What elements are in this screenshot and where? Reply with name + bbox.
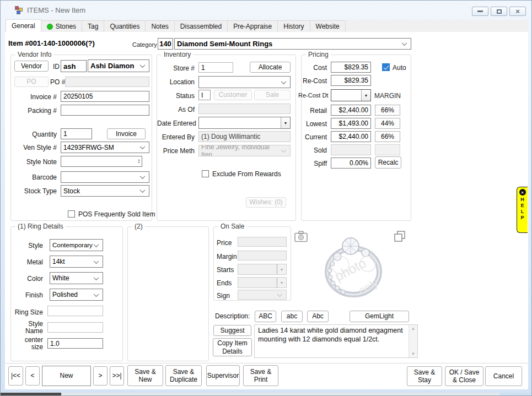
help-tab[interactable]: × HELP (517, 187, 528, 233)
ring-style-dropdown[interactable]: Contemporary (50, 239, 103, 251)
vendor-name-dropdown[interactable]: Ashi Diamon (88, 59, 149, 72)
save-and-stay-button[interactable]: Save & Stay (407, 366, 442, 386)
description-textarea[interactable]: Ladies 14 karat white gold diamond engag… (254, 324, 418, 358)
tab-disassembled[interactable]: Disassembled (174, 20, 228, 32)
recost-dt-picker[interactable]: ▼ (331, 89, 371, 101)
abc-uppercase-button[interactable]: ABC (255, 311, 276, 322)
copy-item-details-button[interactable]: Copy Item Details (213, 338, 252, 356)
style-note-label: Style Note (11, 158, 59, 166)
tab-pre-appraise[interactable]: Pre-Appraise (227, 20, 278, 32)
sale-starts-label: Starts (217, 266, 234, 274)
abc-lowercase-button[interactable]: abc (281, 311, 303, 322)
tab-strip: General Stones Tag Quantities Notes Disa… (5, 20, 528, 32)
nav-last-button[interactable]: >>| (110, 366, 124, 386)
tab-website[interactable]: Website (310, 20, 346, 32)
spiff-field[interactable]: 0.00% (331, 158, 371, 169)
description-label: Description: (215, 312, 250, 320)
ok-save-close-button[interactable]: OK / Save & Close (445, 366, 483, 386)
close-button[interactable]: × (509, 7, 526, 16)
tab-quantities[interactable]: Quantities (104, 20, 146, 32)
retail-field[interactable]: $2,440.00 (331, 105, 371, 116)
recost-field[interactable]: $829.35 (331, 75, 371, 86)
minimize-button[interactable] (472, 7, 488, 16)
lowest-field[interactable]: $1,493.00 (331, 118, 371, 129)
vendor-button[interactable]: Vendor (14, 61, 49, 72)
vendor-info-title: Vendor Info (15, 51, 53, 58)
gemlight-button[interactable]: GemLight (350, 311, 409, 322)
ven-style-dropdown[interactable]: 14293FRWG-SM (61, 142, 149, 153)
tab-tag[interactable]: Tag (82, 20, 104, 32)
ring-finish-label: Finish (11, 291, 45, 299)
date-entered-label: Date Entered (157, 120, 197, 127)
ring-metal-label: Metal (11, 258, 45, 266)
stock-type-dropdown[interactable]: Stock (61, 185, 149, 197)
chevron-down-icon (140, 173, 146, 179)
style-name-label: Style Name (11, 321, 45, 335)
scroll-down-icon[interactable]: ▼ (411, 351, 416, 356)
suggest-button[interactable]: Suggest (213, 325, 251, 336)
date-entered-picker[interactable]: ▼ (198, 117, 291, 129)
ring-metal-dropdown[interactable]: 14kt (50, 256, 103, 268)
save-and-new-button[interactable]: Save & New (127, 365, 163, 386)
po-number-label: PO # (50, 78, 65, 86)
description-scrollbar[interactable]: ▲ ▼ (409, 325, 417, 357)
sale-sign-dropdown (238, 290, 287, 300)
recost-label: Re-Cost (302, 77, 329, 85)
as-of-field (198, 104, 291, 114)
nav-next-button[interactable]: > (93, 366, 108, 386)
tab-general[interactable]: General (6, 19, 41, 32)
background-fragment (499, 393, 532, 396)
invoice-number-field[interactable]: 20250105 (61, 91, 149, 102)
style-name-field[interactable] (47, 322, 103, 333)
vendor-id-field[interactable]: ash (61, 60, 87, 72)
store-field[interactable]: 1 (198, 62, 233, 73)
cost-field[interactable]: $829.35 (331, 62, 371, 73)
ring-color-dropdown[interactable]: White (50, 272, 103, 284)
ring-size-label: Ring Size (11, 308, 45, 316)
items-window: ITEMS - New Item × General Stones Tag Qu… (0, 0, 532, 396)
tab-history[interactable]: History (277, 20, 310, 32)
sale-starts-picker: ▼ (238, 264, 287, 275)
tab-stones[interactable]: Stones (41, 20, 82, 32)
footer-divider (5, 363, 528, 364)
supervisor-button[interactable]: Supervisor (206, 365, 240, 386)
exclude-rewards-checkbox[interactable] (202, 170, 209, 177)
ring-size-field[interactable] (47, 306, 103, 316)
allocate-button[interactable]: Allocate (250, 62, 291, 73)
packing-number-field[interactable] (61, 105, 149, 116)
save-and-print-button[interactable]: Save & Print (243, 365, 278, 386)
category-code-field[interactable]: 140 (158, 38, 173, 50)
scroll-up-icon[interactable]: ▲ (411, 326, 416, 331)
ring-finish-dropdown[interactable]: Polished (50, 289, 103, 301)
barcode-dropdown[interactable] (61, 171, 149, 183)
camera-icon[interactable] (294, 231, 308, 245)
location-label: Location (157, 78, 197, 86)
date-dropdown-icon[interactable]: ▼ (361, 90, 370, 101)
date-dropdown-icon[interactable]: ▼ (281, 117, 290, 128)
product-image[interactable]: photo only (308, 225, 393, 302)
spinner-icon[interactable]: ▲▼ (137, 159, 141, 164)
abc-titlecase-button[interactable]: Abc (307, 311, 329, 322)
taskbar-fragment (1, 393, 61, 396)
nav-prev-button[interactable]: < (25, 366, 40, 386)
copy-image-icon[interactable] (394, 230, 406, 245)
status-field[interactable]: I (198, 90, 211, 100)
current-field[interactable]: $2,440.00 (331, 131, 371, 142)
location-dropdown[interactable] (198, 76, 291, 88)
center-size-field[interactable]: 1.0 (47, 338, 103, 349)
recalc-button[interactable]: Recalc (375, 156, 401, 169)
lowest-margin-box: 44% (375, 118, 400, 129)
category-dropdown[interactable]: Diamond Semi-Mount Rings (174, 38, 411, 50)
auto-checkbox[interactable] (382, 63, 390, 71)
style-note-field[interactable]: ▲▼ (61, 156, 142, 167)
nav-first-button[interactable]: |<< (8, 366, 23, 386)
cancel-button[interactable]: Cancel (485, 366, 522, 386)
save-and-duplicate-button[interactable]: Save & Duplicate (165, 365, 202, 386)
tab-notes[interactable]: Notes (145, 20, 174, 32)
quantity-field[interactable]: 1 (61, 128, 92, 139)
pos-frequently-sold-checkbox[interactable] (68, 210, 75, 218)
pos-frequently-sold-label: POS Frequently Sold Item (78, 210, 155, 218)
help-label: HELP (519, 197, 526, 221)
maximize-button[interactable] (491, 7, 507, 16)
invoice-button[interactable]: Invoice (107, 128, 146, 139)
